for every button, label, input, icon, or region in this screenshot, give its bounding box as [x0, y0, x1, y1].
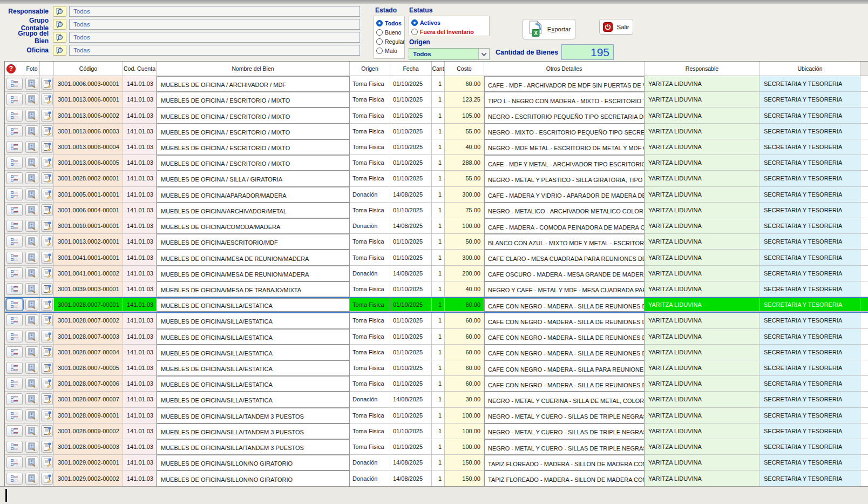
header-ubicacion[interactable]: Ubicación: [760, 62, 860, 76]
record-selector-button[interactable]: [6, 409, 23, 421]
foto-button[interactable]: [25, 393, 38, 405]
properties-button[interactable]: [41, 141, 53, 153]
properties-button[interactable]: [41, 110, 53, 122]
properties-button[interactable]: [41, 299, 53, 311]
table-row[interactable]: 3001.0029.0002-00002 141.01.03 MUEBLES D…: [5, 471, 868, 486]
otros-detalles-cell[interactable]: CAFE OSCURO - MADERA - MESA GRANDE DE MA…: [484, 266, 645, 281]
estado-option[interactable]: Bueno: [374, 28, 404, 37]
table-row[interactable]: 3001.0013.0006-00005 141.01.03 MUEBLES D…: [5, 155, 868, 171]
foto-button[interactable]: [25, 93, 38, 105]
record-selector-button[interactable]: [6, 314, 23, 326]
table-row[interactable]: 3001.0028.0009-00002 141.01.03 MUEBLES D…: [5, 424, 868, 439]
nombre-del-bien-cell[interactable]: MUEBLES DE OFICINA/SILLA/TANDEM 3 PUESTO…: [157, 439, 350, 455]
lookup-button[interactable]: [53, 32, 66, 43]
properties-button[interactable]: [41, 456, 53, 468]
foto-button[interactable]: [25, 267, 38, 279]
radio-icon[interactable]: [376, 20, 383, 26]
otros-detalles-cell[interactable]: CAFE - MADERA - COMODA PEINADORA DE MADE…: [484, 218, 645, 234]
header-nombre[interactable]: Nombre del Bien: [157, 62, 350, 76]
table-row[interactable]: 3001.0028.0007-00007 141.01.03 MUEBLES D…: [5, 392, 868, 407]
nombre-del-bien-cell[interactable]: MUEBLES DE OFICINA / ESCRITORIO / MIXTO: [157, 139, 350, 155]
record-selector-button[interactable]: [6, 93, 23, 105]
otros-detalles-cell[interactable]: CAFE CON NEGRO - MADERA - SILLA DE REUNI…: [484, 313, 645, 328]
nombre-del-bien-cell[interactable]: MUEBLES DE OFICINA/MESA DE REUNION/MADER…: [157, 250, 350, 265]
record-selector-button[interactable]: [6, 441, 23, 453]
nombre-del-bien-cell[interactable]: MUEBLES DE OFICINA/COMODA/MADERA: [157, 218, 350, 234]
table-row[interactable]: 3001.0041.0001-00002 141.01.03 MUEBLES D…: [5, 266, 868, 281]
properties-button[interactable]: [41, 204, 53, 216]
foto-button[interactable]: [25, 456, 38, 468]
otros-detalles-cell[interactable]: NEGRO - METALICO - ARCHIVADOR METALICO C…: [484, 203, 645, 218]
lookup-button[interactable]: [53, 45, 66, 56]
table-row[interactable]: 3001.0028.0007-00006 141.01.03 MUEBLES D…: [5, 376, 868, 392]
lookup-button[interactable]: [53, 19, 66, 30]
properties-button[interactable]: [41, 157, 53, 169]
record-selector-button[interactable]: [6, 473, 23, 485]
properties-button[interactable]: [41, 314, 53, 326]
properties-button[interactable]: [41, 236, 53, 247]
table-row[interactable]: 3001.0028.0007-00001 141.01.03 MUEBLES D…: [5, 297, 868, 313]
radio-icon[interactable]: [376, 29, 383, 36]
otros-detalles-cell[interactable]: CAFE CLARO - MESA CUADRADA PARA REUNIONE…: [484, 250, 645, 265]
otros-detalles-cell[interactable]: NEGRO - METAL Y CUERO - SILLAS DE TRIPLE…: [484, 424, 645, 439]
properties-button[interactable]: [41, 362, 53, 374]
foto-button[interactable]: [25, 314, 38, 326]
record-selector-button[interactable]: [6, 236, 23, 247]
otros-detalles-cell[interactable]: BLANCO CON AZUL - MIXTO MDF Y METAL - ES…: [484, 234, 645, 250]
table-row[interactable]: 3001.0028.0009-00001 141.01.03 MUEBLES D…: [5, 408, 868, 424]
foto-button[interactable]: [25, 204, 38, 216]
table-row[interactable]: 3001.0006.0003-00001 141.01.03 MUEBLES D…: [5, 76, 868, 92]
otros-detalles-cell[interactable]: NEGRO Y CAFE - METAL Y MDF - MESA CUADRA…: [484, 281, 645, 297]
table-row[interactable]: 3001.0013.0006-00001 141.01.03 MUEBLES D…: [5, 92, 868, 107]
otros-detalles-cell[interactable]: NEGRO - ESCRITORIO PEQUEÑO TIPO SECRETAR…: [484, 107, 645, 123]
properties-button[interactable]: [41, 409, 53, 421]
estatus-option[interactable]: Fuera del Inventario: [409, 27, 489, 36]
properties-button[interactable]: [41, 393, 53, 405]
table-row[interactable]: 3001.0039.0003-00001 141.01.03 MUEBLES D…: [5, 281, 868, 297]
foto-button[interactable]: [25, 172, 38, 184]
otros-detalles-cell[interactable]: NEGRO - METAL Y PLASTICO - SILLA GIRATOR…: [484, 171, 645, 186]
nombre-del-bien-cell[interactable]: MUEBLES DE OFICINA/APARADOR/MADERA: [157, 187, 350, 203]
properties-button[interactable]: [41, 189, 53, 200]
table-row[interactable]: 3001.0013.0006-00002 141.01.03 MUEBLES D…: [5, 107, 868, 123]
nombre-del-bien-cell[interactable]: MUEBLES DE OFICINA/SILLA/TANDEM 3 PUESTO…: [157, 408, 350, 424]
nombre-del-bien-cell[interactable]: MUEBLES DE OFICINA / ESCRITORIO / MIXTO: [157, 155, 350, 171]
lookup-button[interactable]: [53, 6, 66, 17]
record-selector-button[interactable]: [6, 204, 23, 216]
header-otros-detalles[interactable]: Otros Detalles: [484, 62, 645, 76]
properties-button[interactable]: [41, 78, 53, 90]
otros-detalles-cell[interactable]: TIPO L - NEGRO CON MADERA - MIXTO - ESCR…: [484, 92, 645, 107]
foto-button[interactable]: [25, 331, 38, 342]
record-selector-button[interactable]: [6, 456, 23, 468]
table-row[interactable]: 3001.0028.0007-00002 141.01.03 MUEBLES D…: [5, 313, 868, 328]
record-selector-button[interactable]: [6, 299, 23, 311]
table-row[interactable]: 3001.0029.0002-00001 141.01.03 MUEBLES D…: [5, 455, 868, 471]
properties-button[interactable]: [41, 441, 53, 453]
foto-button[interactable]: [25, 252, 38, 264]
foto-button[interactable]: [25, 362, 38, 374]
table-row[interactable]: 3001.0010.0001-00001 141.01.03 MUEBLES D…: [5, 218, 868, 234]
radio-icon[interactable]: [411, 19, 418, 26]
otros-detalles-cell[interactable]: NEGRO - METAL Y CUERINA - SILLA DE METAL…: [484, 392, 645, 407]
record-selector-button[interactable]: [6, 393, 23, 405]
table-row[interactable]: 3001.0013.0006-00003 141.01.03 MUEBLES D…: [5, 124, 868, 139]
nombre-del-bien-cell[interactable]: MUEBLES DE OFICINA/SILLON/NO GIRATORIO: [157, 471, 350, 486]
estado-option[interactable]: Todos: [374, 18, 404, 28]
foto-button[interactable]: [25, 141, 38, 153]
nombre-del-bien-cell[interactable]: MUEBLES DE OFICINA/SILLA/ESTATICA: [157, 313, 350, 328]
table-row[interactable]: 3001.0028.0009-00003 141.01.03 MUEBLES D…: [5, 439, 868, 455]
otros-detalles-cell[interactable]: CAFE - MDF Y METAL - ARCHIVADOR TIPO ESC…: [484, 155, 645, 171]
record-selector-button[interactable]: [6, 125, 23, 137]
foto-button[interactable]: [25, 189, 38, 200]
nombre-del-bien-cell[interactable]: MUEBLES DE OFICINA/SILLA/ESTATICA: [157, 345, 350, 360]
otros-detalles-cell[interactable]: CAFE - MADERA Y VIDRIO - APARADOR DE MAD…: [484, 187, 645, 203]
table-row[interactable]: 3001.0028.0007-00003 141.01.03 MUEBLES D…: [5, 329, 868, 345]
estado-option[interactable]: Regular: [374, 37, 404, 46]
nombre-del-bien-cell[interactable]: MUEBLES DE OFICINA/ARCHIVADOR/METAL: [157, 203, 350, 218]
table-row[interactable]: 3001.0005.0001-00001 141.01.03 MUEBLES D…: [5, 187, 868, 203]
otros-detalles-cell[interactable]: CAFE CON NEGRO - MADERA - SILLA DE REUNI…: [484, 376, 645, 392]
otros-detalles-cell[interactable]: CAFE CON NEGRO - MADERA - SILLA DE REUNI…: [484, 345, 645, 360]
properties-button[interactable]: [41, 283, 53, 295]
record-selector-button[interactable]: [6, 110, 23, 122]
foto-button[interactable]: [25, 346, 38, 358]
